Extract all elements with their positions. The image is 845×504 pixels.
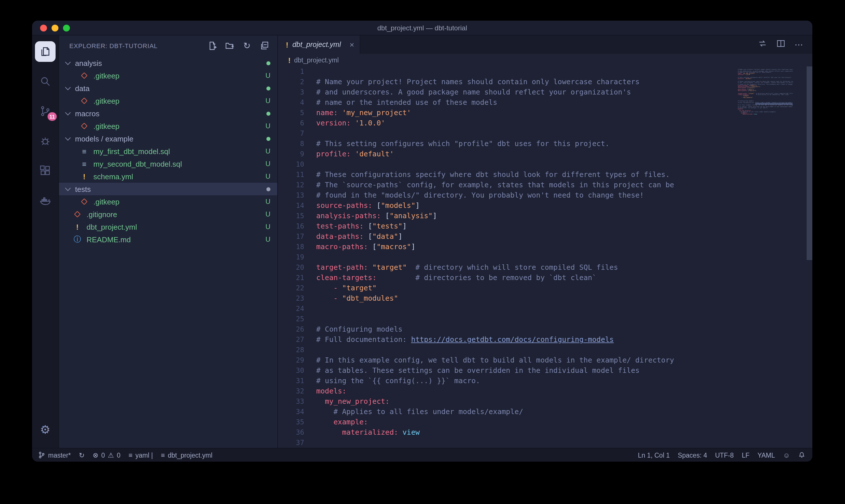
code-line-34[interactable]: 34 # Applies to all files under models/e… bbox=[278, 407, 812, 417]
code-line-14[interactable]: 14source-paths: ["models"] bbox=[278, 200, 812, 211]
activity-search[interactable] bbox=[35, 71, 56, 92]
settings-gear-icon[interactable]: ⚙ bbox=[35, 419, 56, 440]
sidebar-explorer: EXPLORER: DBT-TUTORIAL bbox=[59, 36, 278, 448]
code-line-15[interactable]: 15analysis-paths: ["analysis"] bbox=[278, 211, 812, 221]
code-line-28[interactable]: 28 bbox=[278, 345, 812, 355]
scrollbar-thumb[interactable] bbox=[807, 67, 812, 260]
status-item-dbt-project-yml[interactable]: ≡dbt_project.yml bbox=[161, 451, 213, 459]
code-line-11[interactable]: 11# These configurations specify where d… bbox=[278, 169, 812, 180]
code-line-13[interactable]: 13# found in the "models/" directory. Yo… bbox=[278, 190, 812, 200]
code-line-17[interactable]: 17data-paths: ["data"] bbox=[278, 231, 812, 242]
code-line-25[interactable]: 25 bbox=[278, 314, 812, 324]
code-line-1[interactable]: 1 bbox=[278, 67, 812, 77]
code-line-18[interactable]: 18macro-paths: ["macros"] bbox=[278, 242, 812, 252]
tree-item-tests[interactable]: tests bbox=[59, 183, 277, 195]
minimap[interactable]: # Name your project! Project names shoul… bbox=[738, 68, 793, 117]
code-line-8[interactable]: 8# This setting configures which "profil… bbox=[278, 139, 812, 149]
files-icon bbox=[39, 45, 52, 58]
code-line-36[interactable]: 36 materialized: view bbox=[278, 427, 812, 437]
line-number: 36 bbox=[278, 427, 304, 437]
tree-item-data[interactable]: data bbox=[59, 82, 277, 94]
split-editor-button[interactable] bbox=[776, 39, 786, 50]
warning-icon: ⚠ bbox=[108, 451, 114, 459]
activity-docker[interactable] bbox=[35, 190, 56, 211]
code-line-21[interactable]: 21clean-targets: # directories to be rem… bbox=[278, 273, 812, 283]
tree-item-gitkeep[interactable]: .gitkeepU bbox=[59, 195, 277, 208]
status-notifications[interactable] bbox=[798, 451, 806, 459]
minimize-window-button[interactable] bbox=[52, 24, 58, 31]
code-line-2[interactable]: 2# Name your project! Project names shou… bbox=[278, 77, 812, 87]
tree-item-models-example[interactable]: models / example bbox=[59, 132, 277, 145]
tree-item-gitignore[interactable]: .gitignoreU bbox=[59, 208, 277, 220]
sync-button[interactable]: ↻ bbox=[79, 451, 85, 459]
code-line-16[interactable]: 16test-paths: ["tests"] bbox=[278, 221, 812, 231]
tree-item-label: schema.yml bbox=[93, 172, 133, 181]
status-item-yaml[interactable]: ≡yaml | bbox=[129, 451, 153, 459]
tab-dbt-project-yml[interactable]: ! dbt_project.yml × bbox=[278, 36, 361, 54]
code-line-24[interactable]: 24 bbox=[278, 304, 812, 314]
collapse-folders-button[interactable] bbox=[259, 40, 269, 51]
tab-close-icon[interactable]: × bbox=[349, 40, 354, 49]
code-line-12[interactable]: 12# The `source-paths` config, for examp… bbox=[278, 180, 812, 190]
code-line-27[interactable]: 27# Full documentation: https://docs.get… bbox=[278, 335, 812, 345]
activity-run-debug[interactable] bbox=[35, 130, 56, 151]
code-area[interactable]: 1 2# Name your project! Project names sh… bbox=[278, 67, 812, 448]
code-line-7[interactable]: 7 bbox=[278, 128, 812, 139]
zoom-window-button[interactable] bbox=[63, 24, 70, 31]
code-line-22[interactable]: 22 - "target" bbox=[278, 283, 812, 293]
status-cursor-position[interactable]: Ln 1, Col 1 bbox=[638, 452, 670, 458]
code-line-4[interactable]: 4# name or the intended use of these mod… bbox=[278, 97, 812, 108]
line-number: 1 bbox=[278, 67, 304, 77]
tree-item-macros[interactable]: macros bbox=[59, 107, 277, 120]
activity-source-control[interactable]: 11 bbox=[35, 101, 56, 122]
status-indentation[interactable]: Spaces: 4 bbox=[678, 452, 707, 458]
code-line-37[interactable]: 37 bbox=[278, 437, 812, 448]
line-number: 34 bbox=[278, 407, 304, 417]
code-line-33[interactable]: 33 my_new_project: bbox=[278, 396, 812, 407]
open-changes-button[interactable] bbox=[758, 39, 767, 50]
tree-item-gitkeep[interactable]: .gitkeepU bbox=[59, 94, 277, 107]
code-line-9[interactable]: 9profile: 'default' bbox=[278, 149, 812, 159]
refresh-explorer-button[interactable]: ↻ bbox=[242, 40, 252, 51]
code-line-32[interactable]: 32models: bbox=[278, 386, 812, 396]
tree-item-gitkeep[interactable]: .gitkeepU bbox=[59, 120, 277, 132]
code-line-6[interactable]: 6version: '1.0.0' bbox=[278, 118, 812, 128]
code-line-23[interactable]: 23 - "dbt_modules" bbox=[278, 293, 812, 304]
titlebar[interactable]: dbt_project.yml — dbt-tutorial bbox=[32, 21, 812, 36]
tree-item-my-second-dbt-model-sql[interactable]: ≡my_second_dbt_model.sqlU bbox=[59, 158, 277, 170]
code-line-35[interactable]: 35 example: bbox=[278, 417, 812, 427]
new-file-button[interactable] bbox=[208, 40, 218, 51]
status-language-mode[interactable]: YAML bbox=[758, 452, 775, 458]
code-line-26[interactable]: 26# Configuring models bbox=[278, 324, 812, 335]
code-line-20[interactable]: 20target-path: "target" # directory whic… bbox=[278, 262, 812, 273]
line-number: 33 bbox=[278, 396, 304, 407]
new-folder-button[interactable] bbox=[224, 40, 235, 51]
breadcrumb-file[interactable]: dbt_project.yml bbox=[294, 57, 339, 64]
tree-item-gitkeep[interactable]: .gitkeepU bbox=[59, 69, 277, 82]
tree-item-schema-yml[interactable]: !schema.ymlU bbox=[59, 170, 277, 183]
status-eol[interactable]: LF bbox=[742, 452, 750, 458]
activity-explorer[interactable] bbox=[35, 41, 56, 62]
status-right: Ln 1, Col 1Spaces: 4UTF-8LFYAML☺ bbox=[638, 451, 806, 459]
code-line-3[interactable]: 3# and underscores. A good package name … bbox=[278, 87, 812, 97]
git-branch-indicator[interactable]: master* bbox=[38, 451, 71, 459]
close-window-button[interactable] bbox=[40, 24, 47, 31]
code-line-5[interactable]: 5name: 'my_new_project' bbox=[278, 108, 812, 118]
tree-item-analysis[interactable]: analysis bbox=[59, 57, 277, 69]
tree-item-dbt-project-yml[interactable]: !dbt_project.ymlU bbox=[59, 220, 277, 233]
code-line-31[interactable]: 31# using the `{{ config(...) }}` macro. bbox=[278, 376, 812, 386]
problems-indicator[interactable]: ⊗0⚠0 bbox=[92, 451, 120, 459]
code-line-10[interactable]: 10 bbox=[278, 159, 812, 169]
more-actions-button[interactable]: ⋯ bbox=[795, 39, 803, 50]
line-number: 16 bbox=[278, 221, 304, 231]
editor[interactable]: 1 2# Name your project! Project names sh… bbox=[278, 67, 812, 448]
tree-item-readme-md[interactable]: ⓘREADME.mdU bbox=[59, 233, 277, 246]
code-line-30[interactable]: 30# as tables. These settings can be ove… bbox=[278, 365, 812, 376]
status-encoding[interactable]: UTF-8 bbox=[715, 452, 734, 458]
activity-extensions[interactable] bbox=[35, 160, 56, 181]
code-line-29[interactable]: 29# In this example config, we tell dbt … bbox=[278, 355, 812, 365]
code-line-19[interactable]: 19 bbox=[278, 252, 812, 262]
status-feedback[interactable]: ☺ bbox=[783, 451, 790, 459]
breadcrumb[interactable]: ! dbt_project.yml bbox=[278, 54, 812, 67]
tree-item-my-first-dbt-model-sql[interactable]: ≡my_first_dbt_model.sqlU bbox=[59, 145, 277, 158]
